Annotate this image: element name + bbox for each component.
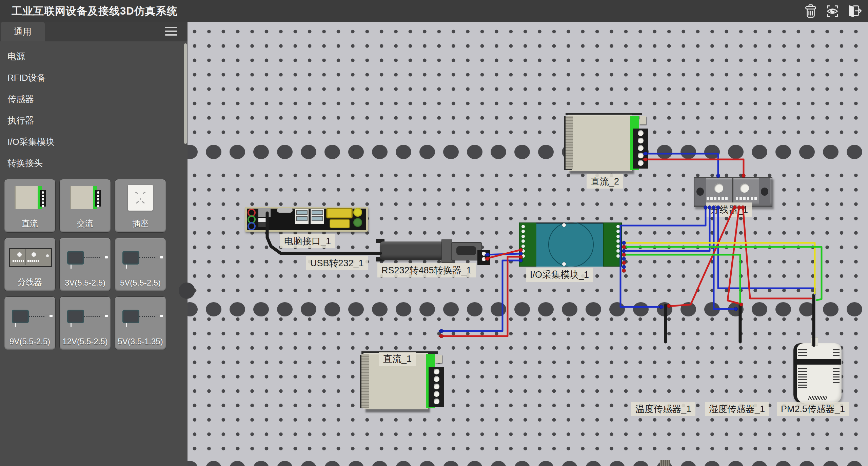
component-card-1[interactable]: 交流: [59, 179, 111, 233]
exit-icon[interactable]: [846, 3, 863, 20]
socket-thumbnail-icon: [115, 179, 166, 217]
trash-icon[interactable]: [802, 3, 819, 20]
card-label: 5V(3.5-1.35): [115, 337, 166, 346]
sidebar-category-1[interactable]: RFID设备: [0, 67, 188, 89]
adapter-thumbnail-icon: [60, 297, 111, 334]
dc-thumbnail-icon: [60, 179, 111, 217]
category-list: 电源RFID设备传感器执行器I/O采集模块转换接头: [0, 46, 188, 174]
adapter-thumbnail-icon: [60, 238, 111, 275]
label-io-module: I/O采集模块_1: [526, 268, 593, 282]
card-label: 分线器: [4, 277, 55, 288]
label-dc1: 直流_1: [379, 352, 416, 366]
card-label: 3V(5.5-2.5): [60, 278, 111, 288]
component-card-6[interactable]: 9V(5.5-2.5): [4, 296, 56, 350]
label-dc2: 直流_2: [587, 174, 623, 189]
sidebar-category-2[interactable]: 传感器: [0, 89, 188, 110]
label-pm25-sensor: PM2.5传感器_1: [777, 402, 849, 416]
component-card-4[interactable]: 3V(5.5-2.5): [59, 238, 111, 291]
device-dc-power-2[interactable]: [566, 113, 644, 173]
label-temp-sensor: 温度传感器_1: [631, 402, 695, 416]
component-card-grid: 直流交流插座分线器3V(5.5-2.5)5V(5.5-2.5)9V(5.5-2.…: [4, 179, 165, 349]
device-rs232-485-converter[interactable]: [373, 237, 492, 266]
splitter-thumbnail-icon: [4, 238, 55, 275]
device-temperature-sensor[interactable]: [644, 460, 685, 466]
label-hum-sensor: 湿度传感器_1: [705, 402, 769, 416]
component-card-5[interactable]: 5V(5.5-2.5): [115, 238, 166, 291]
component-card-0[interactable]: 直流: [4, 179, 56, 233]
card-label: 5V(5.5-2.5): [115, 278, 166, 288]
menu-icon[interactable]: [165, 27, 177, 37]
dc-thumbnail-icon: [4, 179, 55, 217]
adapter-thumbnail-icon: [4, 297, 55, 334]
sidebar-tab-bar: 通用: [0, 22, 188, 41]
card-label: 12V(5.5-2.5): [60, 337, 111, 346]
sidebar-scroll-knob[interactable]: [179, 283, 195, 299]
adapter-thumbnail-icon: [115, 238, 166, 275]
component-sidebar: 通用 电源RFID设备传感器执行器I/O采集模块转换接头 直流交流插座分线器3V…: [0, 22, 188, 466]
adapter-thumbnail-icon: [115, 297, 166, 334]
preview-icon[interactable]: [824, 3, 841, 20]
app-window: 工业互联网设备及接线3D仿真系统: [0, 0, 868, 466]
sidebar-category-0[interactable]: 电源: [0, 46, 188, 67]
sidebar-category-5[interactable]: 转换接头: [0, 153, 188, 174]
card-label: 9V(5.5-2.5): [4, 337, 55, 346]
label-usb232: USB转232_1: [306, 256, 368, 270]
sidebar-category-4[interactable]: I/O采集模块: [0, 131, 188, 153]
component-card-3[interactable]: 分线器: [4, 238, 56, 291]
top-bar: 工业互联网设备及接线3D仿真系统: [0, 0, 868, 22]
device-pc-interface[interactable]: [245, 207, 368, 232]
device-pm25-sensor[interactable]: [793, 343, 842, 404]
component-card-7[interactable]: 12V(5.5-2.5): [59, 296, 111, 350]
component-card-8[interactable]: 5V(3.5-1.35): [115, 296, 166, 350]
label-rs485: RS232转485转换器_1: [377, 263, 476, 277]
sidebar-category-3[interactable]: 执行器: [0, 110, 188, 131]
label-pc-interface: 电脑接口_1: [280, 234, 335, 248]
component-card-2[interactable]: 插座: [115, 179, 166, 233]
simulation-canvas[interactable]: 直流_2 电脑接口_1 USB转232_1 RS232转485转换器_1 I/O…: [188, 22, 868, 466]
tab-general[interactable]: 通用: [1, 22, 45, 41]
device-io-module[interactable]: [519, 222, 622, 267]
world-layer: 直流_2 电脑接口_1 USB转232_1 RS232转485转换器_1 I/O…: [188, 22, 868, 466]
sidebar-scrollbar[interactable]: [184, 43, 187, 144]
card-label: 交流: [60, 218, 111, 229]
card-label: 插座: [115, 218, 166, 229]
toolbar: [802, 3, 863, 20]
label-splitter: 分线器_1: [706, 202, 752, 217]
card-label: 直流: [4, 218, 55, 229]
app-title: 工业互联网设备及接线3D仿真系统: [12, 4, 178, 18]
